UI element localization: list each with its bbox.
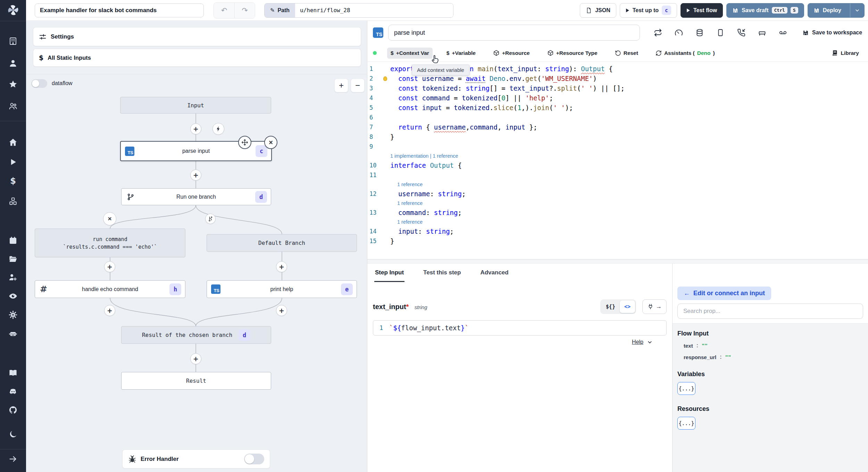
file-icon: [586, 7, 592, 14]
deploy-button[interactable]: Deploy: [808, 3, 865, 18]
retry-repeat-icon[interactable]: [654, 28, 662, 37]
remove-branch-button[interactable]: ×: [103, 212, 116, 225]
connect-input-button[interactable]: →: [642, 299, 667, 314]
redo-button[interactable]: ↷: [234, 3, 255, 18]
path-chip[interactable]: ✎ Path: [265, 3, 295, 17]
favorites-star-icon[interactable]: [8, 80, 18, 89]
codelens[interactable]: 1 reference: [367, 217, 868, 226]
variables-expand-button[interactable]: {...}: [677, 382, 695, 395]
flow-settings-button[interactable]: Settings: [33, 27, 361, 46]
add-step-button[interactable]: +: [104, 305, 115, 316]
tab-step-input[interactable]: Step Input: [374, 268, 404, 282]
sleep-bed-icon[interactable]: [758, 28, 766, 37]
add-step-button[interactable]: +: [190, 169, 201, 181]
expression-editor[interactable]: 1 `${flow_input.text}`: [373, 320, 667, 336]
add-step-button[interactable]: +: [276, 261, 287, 272]
tab-advanced[interactable]: Advanced: [479, 268, 509, 282]
home-icon[interactable]: [8, 138, 18, 147]
resources-expand-button[interactable]: {...}: [677, 417, 695, 430]
reset-button[interactable]: Reset: [611, 48, 642, 59]
prop-row[interactable]: response_url:"": [684, 354, 863, 360]
tab-test-this-step[interactable]: Test this step: [423, 268, 461, 282]
add-branch-button[interactable]: [205, 214, 216, 224]
discord-icon[interactable]: [8, 387, 18, 396]
dataflow-toggle[interactable]: [31, 79, 47, 88]
zoom-in-button[interactable]: +: [334, 78, 348, 92]
move-step-button[interactable]: [238, 136, 251, 149]
phone-incoming-icon[interactable]: [737, 28, 745, 37]
search-prop-input[interactable]: [677, 304, 863, 319]
resources-cubes-icon[interactable]: [8, 197, 18, 206]
test-flow-button[interactable]: Test flow: [681, 3, 723, 18]
trigger-bolt-button[interactable]: [212, 123, 224, 135]
folders-icon[interactable]: [8, 254, 18, 264]
add-step-button[interactable]: +: [104, 261, 115, 272]
add-resource-type-button[interactable]: +Resource Type: [544, 47, 601, 59]
assistants-label-close: ): [713, 50, 715, 56]
path-input[interactable]: [295, 3, 453, 17]
add-step-button[interactable]: +: [190, 123, 201, 134]
docs-book-icon[interactable]: [8, 368, 18, 378]
variables-title: Variables: [677, 371, 863, 378]
codelens[interactable]: 1 reference: [367, 199, 868, 208]
deploy-dropdown-button[interactable]: [850, 3, 864, 17]
test-up-to-button[interactable]: Test up to c: [620, 3, 677, 18]
gauge-icon[interactable]: [675, 28, 683, 37]
save-to-workspace-button[interactable]: Save to workspace: [802, 30, 862, 36]
undo-button[interactable]: ↶: [214, 3, 234, 18]
mobile-icon[interactable]: [716, 28, 725, 37]
variables-dollar-icon[interactable]: $: [8, 176, 18, 185]
step-name-input[interactable]: [388, 25, 640, 41]
runs-play-icon[interactable]: [8, 157, 18, 167]
github-icon[interactable]: [8, 405, 18, 415]
workspace-icon[interactable]: [8, 36, 18, 46]
add-step-button[interactable]: +: [276, 305, 287, 316]
add-step-button[interactable]: +: [190, 353, 201, 364]
error-handler-row[interactable]: Error Handler: [122, 449, 270, 469]
dark-mode-moon-icon[interactable]: [8, 430, 18, 439]
zoom-out-button[interactable]: −: [351, 78, 365, 92]
flow-node-handle-echo-command[interactable]: # handle echo command h: [35, 280, 185, 298]
code-mode-button[interactable]: <>: [620, 300, 635, 313]
library-button[interactable]: Library: [828, 47, 862, 59]
help-link[interactable]: Help: [632, 339, 643, 345]
save-draft-button[interactable]: Save draft Ctrl S: [726, 3, 804, 18]
edit-or-connect-button[interactable]: ← Edit or connect an input: [677, 287, 771, 300]
delete-step-button[interactable]: ×: [264, 136, 277, 149]
flow-node-run-one-branch[interactable]: Run one branch d: [121, 188, 271, 205]
lightbulb-icon[interactable]: [383, 76, 387, 81]
assistants-button[interactable]: Assistants (Deno): [652, 48, 718, 59]
audit-eye-icon[interactable]: [8, 291, 18, 301]
editor-toolbar: $+Context Var $+Variable +Resource +Reso…: [367, 44, 868, 62]
settings-gear-icon[interactable]: [8, 310, 18, 320]
all-static-inputs-button[interactable]: $ All Static Inputs: [33, 49, 361, 67]
codelens[interactable]: 1 reference: [367, 180, 868, 189]
ai-robot-icon[interactable]: [8, 329, 18, 338]
collapse-arrow-icon[interactable]: [8, 454, 18, 464]
add-variable-button[interactable]: $+Variable: [443, 48, 479, 59]
user-icon[interactable]: [8, 59, 18, 68]
prop-row[interactable]: text:"": [684, 342, 863, 349]
flow-node-result[interactable]: Result: [121, 372, 271, 390]
code-line: 14 input: string;: [367, 226, 868, 236]
flow-node-branch-result[interactable]: Result of the chosen branch d: [121, 326, 271, 344]
flow-node-default-branch[interactable]: Default Branch: [207, 234, 357, 252]
code-editor[interactable]: 1export async function main(text_input: …: [367, 62, 868, 259]
flow-title-input[interactable]: [35, 3, 204, 17]
workers-groups-icon[interactable]: [8, 273, 18, 282]
cache-database-icon[interactable]: [695, 28, 704, 37]
voicemail-icon[interactable]: [779, 28, 787, 37]
groups-icon[interactable]: [8, 101, 18, 111]
add-resource-button[interactable]: +Resource: [490, 47, 533, 59]
flow-node-input[interactable]: Input: [120, 97, 271, 114]
windmill-logo-icon[interactable]: [7, 3, 20, 17]
flow-node-print-help[interactable]: TS print help e: [207, 280, 357, 298]
error-handler-toggle[interactable]: [244, 454, 264, 464]
chevron-down-icon[interactable]: [647, 339, 653, 345]
codelens[interactable]: 1 implementation | 1 reference: [367, 151, 868, 160]
schedules-calendar-icon[interactable]: [8, 236, 18, 245]
json-button[interactable]: JSON: [580, 3, 616, 18]
add-context-var-button[interactable]: $+Context Var: [387, 48, 433, 59]
flow-node-run-command-branch[interactable]: run command `results.c.command === 'echo…: [35, 229, 185, 257]
template-mode-button[interactable]: ${}: [601, 300, 620, 313]
